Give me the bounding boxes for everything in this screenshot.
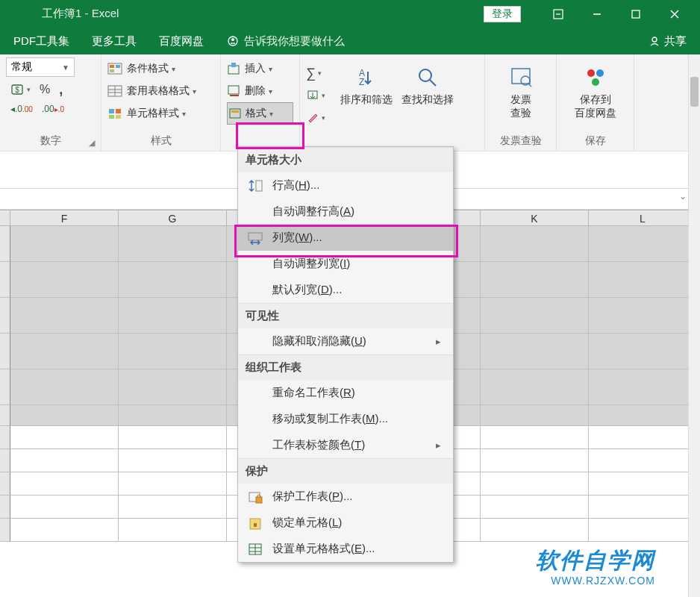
scrollbar-thumb[interactable] (690, 77, 699, 107)
autosum-button[interactable]: ∑▾ (306, 62, 336, 84)
comma-button[interactable]: , (54, 80, 67, 99)
group-styles-label: 样式 (151, 134, 172, 146)
menu-section-visibility: 可见性 (238, 303, 453, 328)
svg-text:$: $ (15, 86, 19, 94)
svg-rect-44 (256, 497, 262, 503)
col-header[interactable]: K (481, 210, 589, 225)
svg-rect-29 (231, 110, 239, 113)
watermark-text: 软件自学网 (536, 546, 655, 576)
svg-rect-23 (116, 115, 121, 119)
svg-rect-28 (230, 109, 240, 118)
format-icon (228, 107, 243, 120)
cell-styles-label: 单元格样式 (127, 107, 179, 120)
window-maximize-button[interactable] (616, 0, 655, 28)
svg-rect-3 (632, 10, 640, 18)
menu-move-copy-sheet[interactable]: 移动或复制工作表(M)... (238, 406, 453, 432)
svg-rect-46 (254, 523, 257, 527)
window-close-button[interactable] (655, 0, 694, 28)
menu-section-cell-size: 单元格大小 (238, 147, 453, 172)
menu-format-cells[interactable]: 设置单元格格式(E)... (238, 536, 453, 562)
svg-rect-22 (109, 115, 114, 119)
window-title: 工作簿1 - Excel (6, 7, 484, 21)
svg-rect-13 (110, 65, 114, 68)
svg-text:Z: Z (359, 77, 364, 87)
dialog-launcher-icon[interactable]: ◢ (89, 138, 95, 148)
clear-button[interactable]: ▾ (306, 107, 336, 129)
login-button[interactable]: 登录 (484, 6, 521, 22)
col-header[interactable]: G (119, 210, 227, 225)
menu-section-organize-sheets: 组织工作表 (238, 354, 453, 380)
lock-cell-icon (247, 516, 263, 531)
svg-point-39 (596, 69, 604, 77)
group-cells: 插入▾ 删除▾ 格式▾ (221, 54, 300, 151)
percent-button[interactable]: % (35, 80, 54, 99)
window-minimize-button[interactable] (578, 0, 616, 28)
svg-point-40 (592, 78, 599, 86)
number-format-select[interactable]: 常规 ▼ (6, 57, 75, 77)
menu-autofit-column[interactable]: 自动调整列宽(I) (238, 251, 453, 277)
title-bar: 工作簿1 - Excel 登录 (0, 0, 700, 28)
find-select-label: 查找和选择 (401, 93, 454, 107)
group-styles: 条件格式▾ 套用表格格式▾ 单元格样式▾ 样式 (101, 54, 221, 151)
select-all-corner[interactable] (0, 210, 10, 225)
group-number-label: 数字 (40, 134, 61, 146)
menu-lock-cell[interactable]: 锁定单元格(L) (238, 510, 453, 536)
svg-rect-15 (110, 69, 114, 72)
conditional-format-button[interactable]: 条件格式▾ (107, 57, 214, 80)
svg-rect-25 (231, 63, 236, 67)
tab-pdf[interactable]: PDF工具集 (13, 34, 69, 49)
svg-point-38 (587, 69, 595, 77)
delete-icon (227, 84, 242, 98)
save-baidu-button[interactable]: 保存到 百度网盘 (565, 57, 626, 132)
svg-rect-20 (109, 109, 114, 113)
decrease-decimal-button[interactable]: .00▸.0 (37, 99, 69, 119)
menu-default-width[interactable]: 默认列宽(D)... (238, 277, 453, 303)
menu-row-height[interactable]: 行高(H)... (238, 172, 453, 199)
chevron-down-icon[interactable]: ⌄ (679, 191, 687, 201)
col-header[interactable]: F (10, 210, 119, 225)
tab-more-tools[interactable]: 更多工具 (92, 34, 137, 49)
ribbon: 常规 ▼ $▾ % , ◂.0.00 .00▸.0 数字◢ 条件格式▾ (0, 54, 700, 151)
format-cells-icon (247, 542, 263, 557)
menu-column-width[interactable]: 列宽(W)... (238, 225, 453, 251)
svg-rect-14 (116, 65, 120, 68)
invoice-check-button[interactable]: 发票 查验 (491, 57, 550, 132)
watermark: 软件自学网 WWW.RJZXW.COM (536, 546, 655, 587)
group-editing: ∑▾ ▾ ▾ AZ 排序和筛选 查找和选择 (300, 54, 485, 151)
vertical-scrollbar[interactable] (688, 54, 700, 597)
format-as-table-button[interactable]: 套用表格格式▾ (107, 80, 214, 102)
svg-point-33 (419, 69, 431, 81)
accounting-button[interactable]: $▾ (6, 80, 35, 99)
col-header[interactable]: L (589, 210, 697, 225)
increase-decimal-button[interactable]: ◂.0.00 (6, 99, 37, 119)
format-dropdown-menu: 单元格大小 行高(H)... 自动调整行高(A) 列宽(W)... 自动调整列宽… (237, 146, 454, 563)
menu-hide-unhide[interactable]: 隐藏和取消隐藏(U)▸ (238, 328, 453, 354)
sort-filter-label: 排序和筛选 (340, 93, 393, 107)
group-invoice-label: 发票查验 (500, 134, 542, 146)
sort-filter-button[interactable]: AZ 排序和筛选 (336, 57, 397, 134)
share-button[interactable]: 共享 (648, 34, 687, 49)
cell-styles-button[interactable]: 单元格样式▾ (107, 102, 214, 125)
menu-section-protection: 保护 (238, 458, 453, 484)
format-as-table-label: 套用表格格式 (127, 84, 190, 98)
format-button[interactable]: 格式▾ (227, 102, 293, 125)
svg-point-9 (652, 37, 657, 42)
group-invoice: 发票 查验 发票查验 (485, 54, 557, 151)
number-format-value: 常规 (11, 60, 32, 74)
insert-icon (227, 62, 242, 75)
tell-me-search[interactable]: 告诉我你想要做什么 (226, 34, 345, 49)
find-select-button[interactable]: 查找和选择 (397, 57, 458, 134)
tab-baidu-disk[interactable]: 百度网盘 (159, 34, 204, 49)
menu-tab-color[interactable]: 工作表标签颜色(T)▸ (238, 432, 453, 458)
window-minimize-aux-button[interactable] (539, 0, 578, 28)
svg-line-34 (430, 80, 436, 86)
insert-button[interactable]: 插入▾ (227, 57, 293, 80)
col-width-icon (247, 231, 263, 246)
fill-button[interactable]: ▾ (306, 84, 336, 107)
delete-button[interactable]: 删除▾ (227, 80, 293, 102)
menu-rename-sheet[interactable]: 重命名工作表(R) (238, 380, 453, 406)
ribbon-tabs: PDF工具集 更多工具 百度网盘 告诉我你想要做什么 共享 (0, 28, 700, 54)
protect-sheet-icon (247, 490, 263, 504)
menu-autofit-row[interactable]: 自动调整行高(A) (238, 199, 453, 225)
menu-protect-sheet[interactable]: 保护工作表(P)... (238, 484, 453, 510)
